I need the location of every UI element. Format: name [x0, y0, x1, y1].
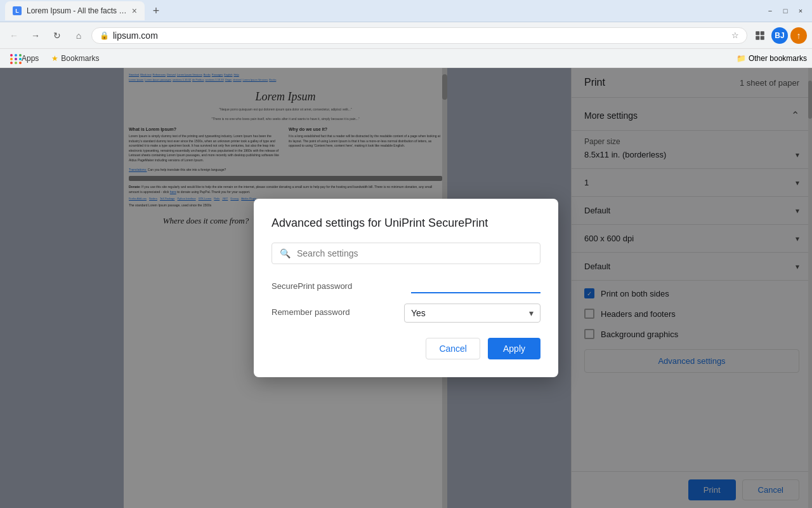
bookmarks-label: Bookmarks	[61, 54, 99, 63]
nav-right-area: BJ ↑	[751, 27, 807, 44]
minimize-button[interactable]: −	[764, 6, 776, 16]
secure-print-label: SecurePrint password	[272, 281, 401, 291]
update-icon[interactable]: ↑	[790, 27, 807, 44]
reload-button[interactable]: ↻	[48, 27, 66, 44]
window-controls: − □ ×	[764, 6, 807, 16]
svg-rect-3	[761, 36, 764, 39]
bookmarks-item[interactable]: ★ Bookmarks	[46, 53, 104, 64]
home-button[interactable]: ⌂	[70, 27, 88, 44]
other-bookmarks-item[interactable]: 📁 Other bookmarks	[737, 54, 807, 63]
close-button[interactable]: ×	[794, 6, 807, 16]
modal-search-box[interactable]: 🔍	[272, 243, 540, 264]
remember-password-chevron-icon: ▾	[529, 308, 534, 318]
lock-icon: 🔒	[100, 31, 109, 40]
apps-bookmark[interactable]: Apps	[5, 53, 44, 64]
bookmarks-star-icon: ★	[51, 54, 58, 63]
nav-bar: ← → ↻ ⌂ 🔒 lipsum.com ☆ BJ ↑	[0, 22, 812, 49]
title-bar: L Lorem Ipsum - All the facts - Lip... ×…	[0, 0, 812, 22]
tab-favicon: L	[13, 6, 22, 15]
modal-cancel-button[interactable]: Cancel	[426, 338, 480, 359]
forward-button[interactable]: →	[27, 27, 44, 44]
other-bookmarks-label: Other bookmarks	[749, 54, 807, 63]
modal-overlay: Advanced settings for UniPrint SecurePri…	[0, 68, 812, 508]
new-tab-button[interactable]: +	[147, 2, 165, 20]
remember-password-select[interactable]: Yes No	[411, 308, 529, 318]
modal-apply-button[interactable]: Apply	[488, 338, 540, 359]
active-tab[interactable]: L Lorem Ipsum - All the facts - Lip... ×	[5, 1, 145, 20]
tab-strip: L Lorem Ipsum - All the facts - Lip... ×…	[5, 1, 165, 20]
modal-actions: Cancel Apply	[272, 338, 540, 359]
svg-rect-2	[756, 36, 759, 39]
folder-icon: 📁	[737, 54, 746, 63]
apps-label: Apps	[22, 54, 39, 63]
remember-password-label: Remember password	[272, 307, 394, 317]
svg-rect-0	[756, 31, 759, 35]
svg-rect-1	[761, 31, 764, 35]
url-text: lipsum.com	[113, 30, 728, 41]
main-area: StandardBlock text ReferencesDerived Lor…	[0, 68, 812, 508]
advanced-settings-modal: Advanced settings for UniPrint SecurePri…	[254, 199, 558, 377]
tab-close-button[interactable]: ×	[132, 6, 137, 15]
bookmarks-bar: Apps ★ Bookmarks 📁 Other bookmarks	[0, 49, 812, 68]
modal-title: Advanced settings for UniPrint SecurePri…	[272, 217, 540, 230]
secure-print-input[interactable]	[411, 277, 540, 293]
apps-grid-icon	[10, 54, 19, 63]
search-settings-input[interactable]	[297, 248, 532, 258]
bookmark-star-icon[interactable]: ☆	[731, 30, 739, 40]
maximize-button[interactable]: □	[779, 6, 792, 16]
profile-avatar[interactable]: BJ	[771, 27, 788, 44]
tab-title: Lorem Ipsum - All the facts - Lip...	[27, 6, 127, 15]
secure-print-password-field: SecurePrint password	[272, 277, 540, 293]
extensions-icon[interactable]	[751, 27, 769, 44]
back-button[interactable]: ←	[5, 27, 23, 44]
search-icon: 🔍	[280, 248, 291, 258]
address-bar[interactable]: 🔒 lipsum.com ☆	[91, 27, 747, 44]
remember-password-field: Remember password Yes No ▾	[272, 304, 540, 323]
